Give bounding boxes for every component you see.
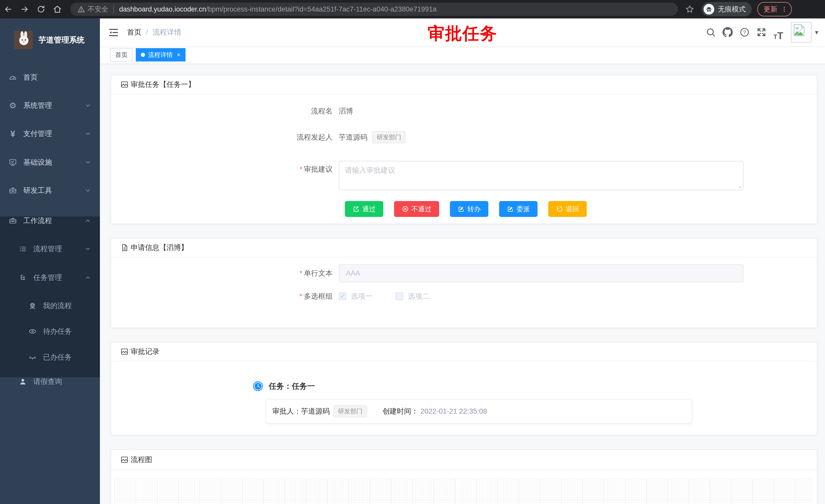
sidebar-item-label: 系统管理 <box>23 101 52 110</box>
approval-actions: 通过 不通过 转办 委派 <box>111 201 817 217</box>
active-dot <box>141 53 145 57</box>
edit-icon <box>507 205 514 213</box>
initiator-label: 流程发起人 <box>111 133 339 142</box>
tab-label: 流程详情 <box>148 51 173 59</box>
suggestion-textarea[interactable] <box>339 161 744 190</box>
eye-closed-icon <box>28 353 37 362</box>
people-icon <box>28 302 37 310</box>
screen: 不安全 dashboard.yudao.iocoder.cn /bpm/proc… <box>0 0 825 504</box>
return-button[interactable]: 退回 <box>548 201 587 217</box>
sidebar-item-label: 流程管理 <box>33 244 62 254</box>
main-area: 首页 / 流程详情 审批任务 ? TT ▾ 首页 <box>100 18 825 504</box>
chevron-down-icon <box>85 102 91 109</box>
reject-button[interactable]: 不通过 <box>394 201 439 217</box>
suggestion-row: *审批建议 <box>111 161 817 191</box>
user-icon <box>18 377 27 386</box>
initiator-dept-tag: 研发部门 <box>372 131 406 144</box>
security-label[interactable]: 不安全 <box>88 5 108 14</box>
record-item[interactable]: 审批人： 芋道源码 研发部门 创建时间： 2022-01-21 22:35:08 <box>266 399 692 424</box>
browser-home-icon[interactable] <box>49 1 66 17</box>
required-marker: * <box>300 165 302 173</box>
timeline-task-row: 任务：任务一 <box>111 381 817 392</box>
address-bar[interactable]: 不安全 dashboard.yudao.iocoder.cn /bpm/proc… <box>70 3 678 16</box>
chevron-down-icon <box>85 159 91 166</box>
tab-home[interactable]: 首页 <box>110 48 133 62</box>
chevron-down-icon <box>85 246 91 252</box>
browser-update-button[interactable]: 更新 <box>757 2 792 16</box>
checkbox-option-2: 选项二 <box>395 291 430 301</box>
font-size-icon[interactable]: TT <box>770 24 787 41</box>
browser-back-icon[interactable] <box>0 1 16 17</box>
url-host[interactable]: dashboard.yudao.iocoder.cn <box>119 5 206 13</box>
sidebar-item-todo-tasks[interactable]: 待办任务 <box>0 323 100 340</box>
not-secure-warning-icon <box>77 5 85 13</box>
document-icon <box>121 244 129 252</box>
sidebar-item-system[interactable]: ⚙ 系统管理 <box>0 97 100 114</box>
sidebar-collapse-icon[interactable] <box>108 27 119 37</box>
task-title: 任务：任务一 <box>269 381 315 392</box>
breadcrumb-separator: / <box>146 28 148 36</box>
textarea-resize-handle[interactable] <box>737 185 742 189</box>
sidebar-item-my-process[interactable]: 我的流程 <box>0 298 100 314</box>
monitor-icon <box>8 158 17 167</box>
refresh-left-icon <box>556 205 563 213</box>
tab-process-detail[interactable]: 流程详情 × <box>136 48 185 62</box>
card-title: 审批记录 <box>131 347 159 356</box>
sidebar-item-infrastructure[interactable]: 基础设施 <box>0 154 100 171</box>
navbar-actions: ? TT ▾ <box>702 18 818 46</box>
edit-icon <box>353 205 360 213</box>
sidebar-item-leave-query[interactable]: 请假查询 <box>0 373 100 390</box>
tab-close-icon[interactable]: × <box>177 52 180 58</box>
single-text-label: *单行文本 <box>111 268 339 278</box>
toolbox-icon <box>8 186 17 195</box>
sidebar-item-label: 请假查询 <box>33 377 62 387</box>
sidebar-item-workflow[interactable]: 工作流程 <box>0 213 100 229</box>
picture-icon <box>121 347 129 356</box>
approver-dept-tag: 研发部门 <box>333 405 367 417</box>
fullscreen-icon[interactable] <box>753 24 770 41</box>
browser-reload-icon[interactable] <box>33 1 49 17</box>
checkbox-label: 选项二 <box>408 291 430 301</box>
sidebar-item-dev-tools[interactable]: 研发工具 <box>0 182 100 199</box>
tab-label: 首页 <box>115 51 128 59</box>
browser-menu-icon[interactable] <box>781 6 788 12</box>
url-path[interactable]: /bpm/process-instance/detail?id=54aa251f… <box>206 5 436 13</box>
approval-task-card: 审批任务【任务一】 流程名 滔博 流程发起人 芋道源码 研发部门 <box>111 75 817 224</box>
sidebar-logo[interactable]: 芋道管理系统 <box>0 26 100 54</box>
avatar[interactable] <box>791 22 811 43</box>
initiator-row: 流程发起人 芋道源码 研发部门 <box>111 128 817 147</box>
bpmn-diagram-canvas[interactable] <box>115 479 813 504</box>
card-header: 审批记录 <box>111 342 817 361</box>
app-title: 芋道管理系统 <box>39 35 85 45</box>
checkbox-group-label: *多选框组 <box>111 291 339 301</box>
github-icon[interactable] <box>719 24 736 41</box>
update-label[interactable]: 更新 <box>763 5 777 14</box>
broken-image-icon <box>793 23 806 37</box>
required-marker: * <box>300 269 302 277</box>
chevron-down-icon <box>85 131 91 137</box>
sidebar-item-done-tasks[interactable]: 已办任务 <box>0 349 100 365</box>
sidebar-item-home[interactable]: 首页 <box>0 69 100 86</box>
sidebar-item-label: 支付管理 <box>23 129 52 139</box>
chevron-down-icon <box>85 187 91 194</box>
search-icon[interactable] <box>702 24 719 41</box>
help-icon[interactable]: ? <box>736 24 753 41</box>
delegate-button[interactable]: 委派 <box>499 201 537 217</box>
browser-forward-icon[interactable] <box>16 1 33 17</box>
avatar-caret-icon[interactable]: ▾ <box>815 28 818 36</box>
bookmark-star-icon[interactable] <box>685 4 695 14</box>
sidebar-item-task-management[interactable]: 任务管理 <box>0 269 100 286</box>
gear-icon: ⚙ <box>8 101 17 110</box>
sidebar-item-payment[interactable]: ¥ 支付管理 <box>0 125 100 142</box>
approve-button[interactable]: 通过 <box>345 201 383 217</box>
svg-text:?: ? <box>743 29 746 35</box>
transfer-button[interactable]: 转办 <box>450 201 489 217</box>
sidebar-item-process-management[interactable]: 流程管理 <box>0 241 100 257</box>
sidebar: 芋道管理系统 首页 ⚙ 系统管理 ¥ 支付管理 基础设施 研发工具 <box>0 18 100 504</box>
card-header: 审批任务【任务一】 <box>111 75 817 94</box>
card-title: 申请信息【滔博】 <box>131 243 188 253</box>
breadcrumb-home[interactable]: 首页 <box>127 27 141 37</box>
single-text-row: *单行文本 <box>111 264 817 282</box>
edit-icon <box>458 205 465 213</box>
clock-icon <box>253 381 263 391</box>
